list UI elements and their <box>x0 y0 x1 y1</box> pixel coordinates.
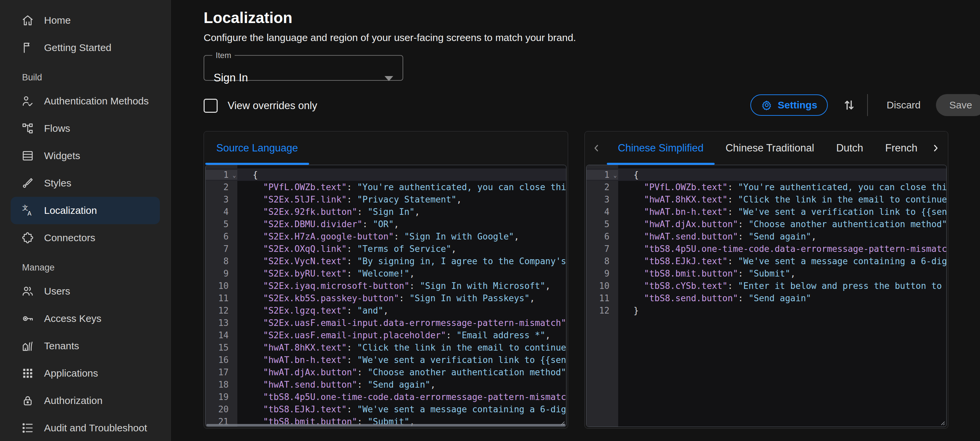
tab-french[interactable]: French <box>874 132 923 165</box>
code-text: "PVfL.OWZb.text": "You're authenticated,… <box>618 182 946 192</box>
code-line: 4 "hwAT.bn-h.text": "We've sent a verifi… <box>587 206 946 218</box>
code-editor-target[interactable]: 1⌄{2 "PVfL.OWZb.text": "You're authentic… <box>586 165 947 427</box>
code-line: 6 "S2Ex.H7zA.google-button": "Sign In wi… <box>205 230 566 243</box>
tabs-scroll-left-button[interactable] <box>586 132 607 165</box>
horizontal-scrollbar[interactable] <box>206 424 565 426</box>
code-text: "hwAT.bn-h.text": "We've sent a verifica… <box>618 207 946 217</box>
code-text: "tbS8.EJkJ.text": "We've sent a message … <box>618 256 946 266</box>
sidebar-section-build: Build <box>0 67 170 87</box>
line-number: 7 <box>587 244 618 254</box>
code-line: 6 "hwAT.send.button": "Send again", <box>587 230 946 243</box>
target-languages-panel: Chinese Simplified Chinese Traditional D… <box>584 131 948 429</box>
import-export-button[interactable] <box>840 96 859 114</box>
tab-source-language[interactable]: Source Language <box>205 132 309 165</box>
sidebar-item-styles[interactable]: Styles <box>0 170 170 197</box>
code-line: 20 "tbS8.EJkJ.text": "We've sent a messa… <box>205 403 566 415</box>
fold-chevron-icon[interactable]: ⌄ <box>233 172 236 178</box>
sidebar-item-applications[interactable]: Applications <box>0 360 170 387</box>
code-line: 9 "tbS8.bmit.button": "Submit", <box>587 267 946 279</box>
toolbar-divider <box>867 94 868 116</box>
checkbox-unchecked[interactable] <box>204 99 218 113</box>
code-editor-source[interactable]: 1⌄{2 "PVfL.OWZb.text": "You're authentic… <box>205 165 566 427</box>
code-line: 9 "S2Ex.byRU.text": "Welcome!", <box>205 267 566 279</box>
sidebar-item-label: Localization <box>44 205 97 216</box>
sidebar-item-label: Getting Started <box>44 42 111 53</box>
page-subtitle: Configure the language and region of you… <box>204 32 576 43</box>
code-text: "hwAT.djAx.button": "Choose another auth… <box>618 219 946 229</box>
sidebar-item-label: Authorization <box>44 395 102 406</box>
code-line: 2 "PVfL.OWZb.text": "You're authenticate… <box>587 181 946 193</box>
line-number: 6 <box>205 232 237 241</box>
tabs-scroll-right-button[interactable] <box>925 132 946 165</box>
sidebar-item-access-keys[interactable]: Access Keys <box>0 305 170 332</box>
view-overrides-checkbox-row[interactable]: View overrides only <box>204 99 317 113</box>
source-tabbar: Source Language <box>204 132 568 165</box>
sidebar-item-home[interactable]: Home <box>0 7 170 34</box>
sidebar-item-authentication-methods[interactable]: Authentication Methods <box>0 87 170 115</box>
key-icon <box>21 312 34 325</box>
line-number: 9 <box>205 268 237 279</box>
sidebar-item-label: Connectors <box>44 232 95 244</box>
line-number: 14 <box>205 330 237 340</box>
item-select[interactable]: Item Sign In <box>204 51 403 81</box>
code-text: "tbS8.send.button": "Send again" <box>618 293 946 303</box>
line-number: 1⌄ <box>205 170 237 180</box>
brush-icon <box>21 177 34 189</box>
buildings-icon <box>21 339 34 352</box>
sidebar-item-users[interactable]: Users <box>0 278 170 305</box>
sidebar-item-label: Access Keys <box>44 313 102 324</box>
settings-button-label: Settings <box>778 99 817 111</box>
sidebar-item-widgets[interactable]: Widgets <box>0 142 170 170</box>
tab-chinese-traditional[interactable]: Chinese Traditional <box>714 132 825 165</box>
sidebar-item-localization[interactable]: 文A Localization <box>11 197 160 224</box>
code-line: 11 "tbS8.send.button": "Send again" <box>587 292 946 304</box>
code-text: "hwAT.8hKX.text": "Click the link in the… <box>618 195 946 205</box>
code-line: 11 "S2Ex.kb5S.passkey-button": "Sign In … <box>205 292 566 304</box>
sidebar-item-label: Home <box>44 15 71 26</box>
code-line: 1⌄{ <box>205 168 566 181</box>
line-number: 13 <box>205 318 237 328</box>
chevron-down-icon <box>385 76 393 81</box>
line-number: 5 <box>587 219 618 229</box>
sidebar-item-connectors[interactable]: Connectors <box>0 224 170 252</box>
code-line: 3 "S2Ex.5lJF.link": "Privacy Statement", <box>205 193 566 206</box>
line-number: 2 <box>205 182 237 192</box>
sidebar-item-audit-and-troubleshoot[interactable]: Audit and Troubleshoot <box>0 414 170 441</box>
sidebar-item-getting-started[interactable]: Getting Started <box>0 34 170 61</box>
sidebar-item-label: Users <box>44 286 70 297</box>
gear-icon <box>761 99 772 111</box>
tab-chinese-simplified[interactable]: Chinese Simplified <box>607 132 714 165</box>
code-text: "tbS8.bmit.button": "Submit", <box>618 268 946 279</box>
person-check-icon <box>21 95 34 108</box>
code-text: "hwAT.send.button": "Send again", <box>237 380 566 390</box>
rows-icon <box>21 149 34 162</box>
code-line: 3 "hwAT.8hKX.text": "Click the link in t… <box>587 193 946 206</box>
target-tabbar: Chinese Simplified Chinese Traditional D… <box>585 132 948 165</box>
code-text: "S2Ex.byRU.text": "Welcome!", <box>237 268 566 279</box>
resize-handle-icon[interactable] <box>938 418 946 426</box>
line-number: 11 <box>587 293 618 303</box>
code-text: { <box>237 170 566 180</box>
sidebar-item-authorization[interactable]: Authorization <box>0 387 170 414</box>
line-number: 9 <box>587 268 618 279</box>
toolbar: Settings Discard Save <box>750 94 980 117</box>
resize-handle-icon[interactable] <box>557 418 565 426</box>
code-line: 10 "S2Ex.iyaq.microsoft-button": "Sign I… <box>205 279 566 292</box>
page-title: Localization <box>204 9 293 27</box>
sidebar-item-flows[interactable]: Flows <box>0 115 170 142</box>
tab-dutch[interactable]: Dutch <box>825 132 874 165</box>
settings-button[interactable]: Settings <box>750 94 828 116</box>
sidebar-item-label: Styles <box>44 178 72 189</box>
save-button[interactable]: Save <box>936 94 980 116</box>
sidebar-item-tenants[interactable]: Tenants <box>0 332 170 360</box>
fold-chevron-icon[interactable]: ⌄ <box>614 172 617 178</box>
line-number: 4 <box>587 207 618 217</box>
svg-text:A: A <box>27 210 31 217</box>
code-line: 10 "tbS8.cYSb.text": "Enter it below and… <box>587 279 946 292</box>
discard-button[interactable]: Discard <box>878 94 929 116</box>
code-text: "hwAT.send.button": "Send again", <box>618 232 946 241</box>
code-text: "tbS8.cYSb.text": "Enter it below and pr… <box>618 281 946 291</box>
code-line: 1⌄{ <box>587 168 946 181</box>
code-text: "PVfL.OWZb.text": "You're authenticated,… <box>237 182 566 192</box>
line-number: 8 <box>205 256 237 266</box>
